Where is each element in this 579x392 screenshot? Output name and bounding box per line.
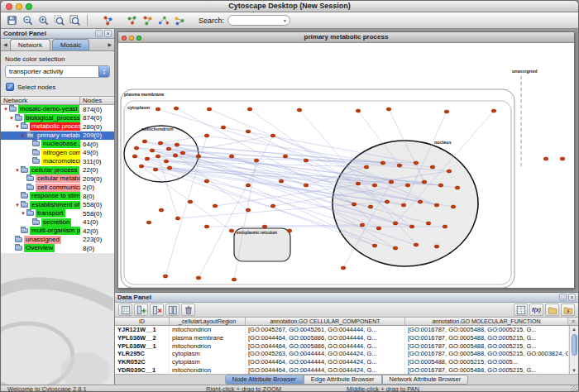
network-node[interactable] [132,155,137,158]
import-attributes-button[interactable] [545,304,559,316]
edit-attribute-button[interactable] [165,304,179,316]
zoom-frame-button[interactable] [136,36,141,41]
tab-network-attribute-browser[interactable]: Network Attribute Browser [382,375,469,385]
save-session-button[interactable] [4,13,20,27]
expand-icon[interactable]: ▼ [8,116,15,121]
expand-icon[interactable]: ▼ [14,124,21,129]
network-node[interactable] [434,245,439,248]
network-node[interactable] [360,223,365,227]
network-node[interactable] [262,225,267,228]
network-node[interactable] [304,184,309,187]
zoom-out-button[interactable] [20,13,36,27]
tree-row-biological-process[interactable]: ▼biological_process874(0) [1,114,114,123]
network-node[interactable] [254,159,259,162]
network-node[interactable] [364,165,369,169]
tree-row-nitrogen-compo[interactable]: nitrogen compo...49(0) [1,149,114,158]
delete-attribute-button[interactable] [150,304,164,316]
network-node[interactable] [418,200,423,203]
network-node[interactable] [159,208,164,212]
export-attributes-button[interactable] [561,304,575,316]
tab-scroll-left-icon[interactable]: ◀ [2,39,9,50]
tab-scroll-right-icon[interactable]: ▶ [106,39,113,50]
network-node[interactable] [196,155,201,158]
network-node[interactable] [386,108,391,111]
tree-row-unassigned[interactable]: unassigned223(0) [1,236,114,245]
table-row[interactable]: YLR295Ccytoplasm[GO:0045263, GO:0044444,… [115,350,569,358]
network-node[interactable] [397,164,402,167]
network-node[interactable] [438,184,443,187]
network-node[interactable] [204,225,209,228]
network-node[interactable] [491,109,496,112]
network-node[interactable] [173,154,178,157]
select-attributes-button[interactable] [118,304,132,316]
tree-row-transport[interactable]: ▼transport558(0) [1,209,114,218]
table-row[interactable]: YPL036W__1mitochondrion[GO:0044464, GO:0… [115,342,569,351]
network-node[interactable] [368,205,373,208]
attribute-matrix-button[interactable] [514,304,528,316]
network-node[interactable] [279,179,284,183]
network-node[interactable] [283,155,288,158]
network-node[interactable] [221,126,226,129]
network-node[interactable] [246,208,251,212]
table-scrollbar[interactable]: ▲ ▼ [569,326,578,374]
network-node[interactable] [422,180,427,184]
minimize-frame-button[interactable] [129,36,134,41]
network-node[interactable] [150,149,155,152]
network-node[interactable] [372,184,377,187]
network-node[interactable] [444,110,449,113]
zoom-window-button[interactable] [26,3,32,10]
expand-icon[interactable]: ▼ [14,203,21,208]
network-node[interactable] [229,155,234,158]
network-node[interactable] [246,184,251,187]
network-node[interactable] [389,180,394,184]
delete-row-button[interactable] [181,304,195,316]
resize-grip[interactable] [571,385,577,392]
network-node[interactable] [158,141,163,145]
network-node[interactable] [175,143,179,146]
network-node[interactable] [356,182,361,185]
network-node[interactable] [372,244,377,247]
network-node[interactable] [180,151,185,155]
close-frame-button[interactable] [122,36,127,41]
create-network-button[interactable] [124,13,140,27]
network-node[interactable] [247,108,252,111]
network-node[interactable] [246,130,251,133]
select-nodes-checkbox[interactable]: ✓ [6,83,14,91]
network-node[interactable] [270,204,275,208]
tab-edge-attribute-browser[interactable]: Edge Attribute Browser [304,375,382,385]
tree-row-macromolecule[interactable]: macromolecule...311(0) [1,157,114,166]
table-row[interactable]: YDR039C__1mitochondrion[GO:0044464, GO:0… [115,366,569,374]
scrollbar-thumb[interactable] [572,334,577,356]
network-node[interactable] [153,168,158,171]
network-node[interactable] [196,276,201,280]
tree-row-multi-organism-pro[interactable]: multi-organism pro...42(0) [1,227,114,236]
expand-icon[interactable]: ▼ [20,133,26,138]
network-node[interactable] [163,275,168,278]
column-header-cellular-component[interactable]: annotation.GO CELLULAR_COMPONENT [246,318,405,325]
destroy-network-button[interactable] [140,13,156,27]
network-node[interactable] [401,203,406,207]
network-node[interactable] [232,278,237,281]
tree-row-cellular-process[interactable]: ▼cellular process22(0) [1,166,114,175]
network-node[interactable] [167,166,172,170]
network-node[interactable] [207,108,212,111]
close-data-panel-button[interactable]: × [568,294,576,301]
close-window-button[interactable] [6,3,12,10]
expand-icon[interactable]: ▼ [14,168,21,173]
tree-row-overview[interactable]: Overview8(0) [1,244,114,253]
table-row[interactable]: YJR121W__1mitochondrion[GO:0045267, GO:0… [115,326,569,334]
network-node[interactable] [213,204,218,208]
expand-icon[interactable]: ▼ [2,107,9,112]
network-node[interactable] [451,205,456,208]
float-data-panel-button[interactable]: □ [559,294,567,301]
zoom-fit-button[interactable] [67,13,83,27]
network-node[interactable] [164,160,169,163]
column-header-id[interactable]: ID [115,318,170,325]
network-node[interactable] [229,229,234,232]
scroll-up-icon[interactable]: ▲ [570,326,578,332]
tab-node-attribute-browser[interactable]: Node Attribute Browser [225,375,304,385]
tree-row-response-to-stimul[interactable]: response to stimul...8(0) [1,192,114,201]
network-node[interactable] [405,184,410,187]
network-node[interactable] [455,186,460,189]
column-header-region[interactable]: _cellularLayoutRegion [170,318,246,325]
